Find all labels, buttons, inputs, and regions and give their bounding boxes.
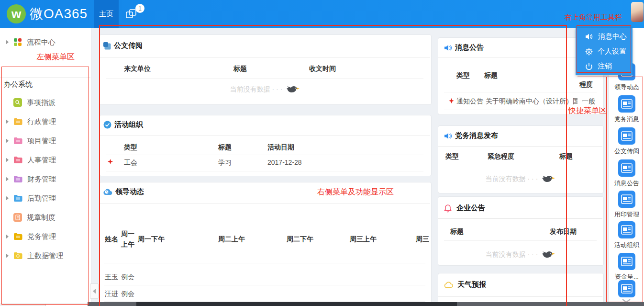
cell-type: 工会: [124, 159, 137, 167]
process-center-icon: [13, 38, 22, 46]
panel-title-row: 领导动态: [103, 187, 144, 196]
column-header: 标题: [484, 71, 498, 80]
column-header: 周三上午: [350, 235, 377, 244]
panel-activity-organization: 活动组织 类型 标题 活动日期 工会 学习 2017-12-28: [99, 115, 432, 176]
column-header: 类型: [456, 71, 470, 80]
red-star-icon: [449, 98, 454, 103]
cell-title: 学习: [218, 159, 232, 167]
horizontal-scrollbar[interactable]: [88, 302, 644, 306]
divider: [438, 296, 602, 297]
cloud-clock-icon: [103, 188, 112, 195]
empty-text: 当前没有数据 · · ·: [486, 250, 538, 259]
column-header: 类型: [124, 143, 137, 152]
panel-party-messages: 党务消息发布 类型 紧急程度 标题 当前没有数据 · · ·: [438, 125, 604, 193]
column-header: 活动日期: [267, 143, 294, 152]
sidebar-collapse-handle[interactable]: [90, 283, 99, 299]
speaker-icon: [444, 132, 452, 140]
panel-title: 公文传阅: [114, 41, 143, 50]
bird-icon: [542, 174, 556, 184]
divider: [106, 78, 423, 79]
panel-title: 消息公告: [455, 43, 484, 52]
cell-level: 一般: [582, 97, 595, 106]
tab-home[interactable]: 主页: [94, 0, 119, 28]
divider: [100, 57, 430, 57]
divider: [444, 92, 597, 92]
bird-icon: [542, 249, 556, 260]
annotation-box-left-menu: [1, 67, 89, 305]
column-header: 姓名: [105, 235, 118, 244]
panel-title-row: 公文传阅: [103, 41, 143, 50]
divider: [444, 240, 597, 241]
panel-title-row: 企业公告: [444, 204, 485, 213]
column-header: 周二下午: [287, 235, 313, 244]
user-avatar[interactable]: [631, 2, 644, 22]
bird-icon: [286, 84, 300, 95]
cell-name: 汪进: [105, 290, 118, 298]
annotation-left-menu: 左侧菜单区: [36, 52, 75, 62]
panel-weather-forecast: 天气预报: [438, 273, 604, 306]
column-header: 类型: [445, 152, 459, 161]
app-logo: w 微OA365: [7, 4, 88, 23]
annotation-box-dropdown: [577, 25, 631, 73]
column-header: 标题: [218, 143, 232, 152]
divider: [104, 285, 425, 285]
column-header: 来文单位: [124, 65, 151, 73]
bell-icon: [444, 204, 452, 213]
cell-name: 王玉: [105, 273, 118, 282]
annotation-line-main-top: [99, 25, 566, 26]
logo-icon: w: [7, 4, 26, 23]
cell-title: 关于明确岭南中心（设计所）国有...: [486, 97, 577, 106]
oa-dashboard: w 微OA365 主页 1 流程中心: [0, 0, 644, 306]
column-header: 周一下午: [138, 235, 165, 244]
sidebar-item-process-center[interactable]: 流程中心: [0, 33, 91, 52]
empty-text: 当前没有数据 · · ·: [486, 175, 538, 183]
panel-title-row: 天气预报: [444, 280, 486, 289]
column-header: 发布日期: [550, 227, 577, 236]
divider: [444, 165, 597, 165]
annotation-line-quick-top: [577, 77, 606, 77]
sidebar-item-label: 流程中心: [27, 38, 56, 47]
top-bar: w 微OA365 主页 1: [0, 0, 644, 28]
empty-state: 当前没有数据 · · ·: [100, 84, 431, 95]
annotation-toolbar: 右上角常用工具栏: [565, 13, 622, 22]
cell-schedule: 例会: [121, 290, 134, 298]
annotation-line-main-right: [566, 25, 567, 306]
panel-title: 企业公告: [456, 204, 485, 213]
annotation-main-area: 右侧菜单及功能显示区: [317, 187, 394, 197]
column-header: 紧急程度: [488, 152, 514, 161]
cell-schedule: 例会: [121, 273, 134, 282]
empty-state: 当前没有数据 · · ·: [438, 174, 603, 184]
divider: [106, 155, 423, 155]
divider: [100, 204, 430, 204]
column-header: 收文时间: [309, 65, 336, 73]
caret-left-icon: [93, 289, 96, 294]
panel-title-row: 消息公告: [444, 43, 484, 52]
annotation-quick-menu: 快捷菜单区: [568, 106, 607, 116]
divider: [438, 146, 602, 147]
panel-title-row: 党务消息发布: [444, 131, 498, 140]
column-header: 周三: [416, 235, 429, 244]
cloud-icon: [444, 281, 454, 288]
caret-right-icon: [6, 40, 9, 45]
panel-title: 活动组织: [114, 120, 143, 129]
column-header: 程度: [579, 80, 593, 89]
empty-state: 当前没有数据 · · ·: [438, 249, 603, 260]
divider: [438, 218, 602, 219]
panel-title: 天气预报: [457, 280, 486, 289]
check-circle-icon: [103, 121, 111, 129]
annotation-line-main-left: [99, 25, 100, 306]
panel-title-row: 活动组织: [103, 120, 143, 129]
panel-leader-updates: 领导动态 姓名 周一上午 周一下午 周二上午 周二下午 周三上午 周三 王玉 例…: [99, 182, 432, 306]
notification-badge[interactable]: 1: [135, 4, 144, 13]
scrollbar-thumb[interactable]: [136, 302, 457, 306]
divider: [104, 263, 425, 263]
column-header: 标题: [450, 227, 464, 236]
divider: [104, 301, 425, 302]
column-header: 标题: [233, 65, 247, 73]
panel-document-circulation: 公文传阅 来文单位 标题 收文时间 当前没有数据 · · ·: [99, 34, 432, 105]
logo-text: 微OA365: [30, 5, 88, 23]
column-header: 周一上午: [121, 228, 136, 249]
annotation-box-quick-menu: [606, 77, 643, 302]
cell-date: 2017-12-28: [267, 159, 302, 166]
panel-corporate-notices: 企业公告 标题 发布日期 当前没有数据 · · ·: [438, 196, 604, 266]
